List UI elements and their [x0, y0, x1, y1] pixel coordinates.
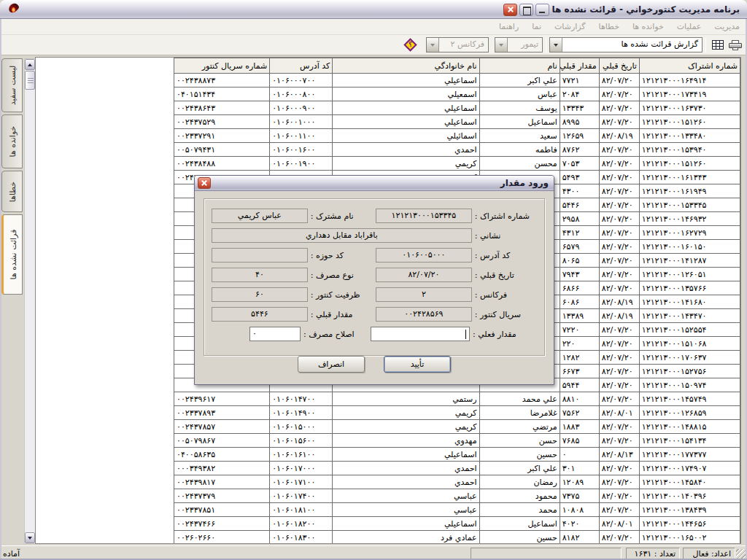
table-cell: ۱۲۱۲۱۳۰۰۰۱۶۱۳۴۳	[639, 171, 740, 184]
table-cell: ۶۰۸۶	[560, 295, 599, 309]
frequency-combobox: فرکانس ۲	[426, 37, 489, 52]
scroll-down-button[interactable]	[25, 532, 35, 543]
table-row[interactable]: ۱۲۱۲۱۳۰۰۰۱۷۳۴۱۹۸۲/۰۷/۲۰۲۰۸۴عباساسمعيلي۰۱…	[174, 88, 740, 101]
table-cell: اسماعيلي	[333, 74, 479, 88]
confirm-button[interactable]: تأييد	[384, 356, 451, 373]
cancel-button[interactable]: انصراف	[298, 356, 365, 373]
table-cell: ۴۳۱۲	[560, 226, 599, 240]
table-cell: علي اکبر	[479, 462, 560, 475]
menu-bar: مديريتعملياتخوانده هاخطاهاگزارشاتنماراهن…	[0, 19, 747, 35]
scrollbar-thumb[interactable]	[25, 71, 35, 90]
subscription-no-field: ۱۲۱۲۱۳۰۰۰۱۵۳۳۴۵	[376, 209, 472, 223]
zone-code-label: کد حوزه :	[311, 251, 373, 260]
menu-item-6[interactable]: راهنما	[499, 22, 519, 31]
table-row[interactable]: ۱۲۱۲۱۳۰۰۰۱۴۰۳۹۶۸۲/۰۷/۲۰۷۳۷۵محمودعباسي۰۱۰…	[174, 489, 740, 503]
table-cell: ۱۲۰۸۹	[560, 475, 599, 489]
table-cell: ۸۲/۰۷/۲۰	[599, 115, 639, 129]
column-header-1: تاريخ قبلي	[599, 58, 639, 74]
table-cell: ۱۲۱۲۱۳۰۰۰۱۶۱۹۴۹	[639, 184, 740, 198]
table-row[interactable]: ۱۲۱۲۱۳۰۰۰۱۵۳۹۴۰۸۲/۰۷/۲۰۸۷۶۲فاطمهاحمدي۰۱۰…	[174, 143, 740, 157]
frequency-label: فرکانس :	[475, 290, 537, 300]
chevron-down-icon[interactable]	[550, 38, 562, 52]
table-cell: اسماعيل	[479, 115, 560, 129]
report-combobox[interactable]: گزارش قرائت نشده ها	[549, 37, 703, 52]
table-cell: ۱۲۱۲۱۳۰۰۰۱۴۵۷۴۹	[639, 392, 740, 406]
current-value-label: مقدار فعلي :	[473, 330, 537, 339]
table-cell: ۰۱۰۶۰۱۸۳۰۰	[270, 531, 333, 545]
table-cell: ۰۰۲۴۳۸۸۷۳	[174, 74, 270, 88]
table-row[interactable]: ۱۲۱۲۱۳۰۰۰۱۶۳۷۳۰۸۲/۰۷/۲۰۱۳۳۴۳يوسفاسماعيلي…	[174, 101, 740, 115]
table-cell: ۷۷۲۱	[560, 74, 599, 88]
table-cell: ۰۰۲۴۳۹۸۱۷	[174, 475, 270, 489]
reader-combobox: تيمور	[495, 37, 543, 52]
subscriber-name-field: عباس کريمي	[212, 209, 308, 223]
table-cell: ۰۱۰۶۰۱۸۱۰۰	[270, 503, 333, 517]
table-cell: ۰۰۲۴۳۸۶۴۳	[174, 101, 270, 115]
dialog-titlebar: ورود مقدار	[195, 176, 554, 191]
table-row[interactable]: ۱۲۱۲۱۳۰۰۰۱۷۷۳۷۷۸۲/۰۸/۱۳۰حسيناسماعيلي۰۱۰۶…	[174, 448, 740, 462]
sidebar-tab-label: ليست سفيد	[7, 66, 17, 106]
table-row[interactable]: ۱۲۱۲۱۳۰۰۰۱۵۱۲۶۰۸۲/۰۷/۲۰۸۹۹۵اسماعيلاسماعي…	[174, 115, 740, 129]
table-cell: ۰۱۰۶۰۱۴۹۰۰	[270, 406, 333, 420]
menu-item-0[interactable]: مديريت	[714, 22, 740, 31]
vertical-scrollbar[interactable]	[24, 58, 36, 544]
table-cell: علي محمد	[479, 392, 560, 406]
menu-item-1[interactable]: عمليات	[677, 22, 702, 31]
prev-value-field: ۵۴۴۶	[212, 307, 308, 322]
table-row[interactable]: ۱۲۱۲۱۳۰۰۰۱۴۵۷۴۹۸۲/۰۷/۲۰۸۸۱۰علي محمدرستمي…	[174, 392, 740, 406]
sidebar-tab-3[interactable]: قرائت نشده ها	[1, 214, 23, 295]
table-cell: عباسي	[333, 503, 479, 517]
table-cell: ۸۲/۰۷/۲۰	[599, 503, 639, 517]
current-value-input[interactable]	[371, 327, 470, 341]
sidebar-tab-2[interactable]: خطاها	[1, 171, 23, 212]
table-row[interactable]: ۱۲۱۲۱۳۰۰۰۱۲۶۸۵۹۸۲/۰۸/۰۱۷۵۶۲غلامرضاکريمي۰…	[174, 406, 740, 420]
table-row[interactable]: ۱۲۱۲۱۳۰۰۰۱۵۴۱۳۴۸۲/۰۷/۲۰۷۶۸۵حسنمهدوي۰۱۰۶۰…	[174, 434, 740, 448]
table-cell: ۰۰۲۳۳۷۲۹۱	[174, 129, 270, 143]
table-row[interactable]: ۱۲۱۲۱۳۰۰۰۱۶۴۹۱۴۸۲/۰۷/۲۰۷۷۲۱علي اکبراسماع…	[174, 74, 740, 88]
table-cell: ۰۱۰۶۰۰۰۸۰۰	[270, 88, 333, 101]
address-code-label: کد آدرس :	[475, 251, 537, 260]
table-row[interactable]: ۱۲۱۲۱۳۰۰۰۱۳۸۴۳۹۸۲/۰۷/۲۰۱۰۸۰۸محمدعباسي۰۱۰…	[174, 503, 740, 517]
sidebar-tab-1[interactable]: خوانده ها	[1, 114, 23, 168]
table-cell: ۱۲۱۲۱۳۰۰۰۱۶۵۰۰۲	[639, 531, 740, 545]
resize-grip[interactable]	[736, 549, 746, 559]
table-cell: ۸۲/۰۸/۱۹	[599, 129, 639, 143]
table-row[interactable]: ۱۲۱۲۱۳۰۰۰۱۶۵۰۰۲۸۲/۰۷/۲۰۸۱۸۲حسينعمادي فرد…	[174, 531, 740, 545]
table-cell: ۰۰۵۰۷۹۴۳۱	[174, 143, 270, 157]
table-row[interactable]: ۱۲۱۲۱۳۰۰۰۱۵۱۲۶۰۸۲/۰۷/۲۰۷۰۵۳محسنکريمي۰۱۰۶…	[174, 157, 740, 171]
scroll-up-button[interactable]	[25, 59, 35, 70]
table-row[interactable]: ۱۲۱۲۱۳۰۰۰۱۳۳۴۸۰۸۲/۰۸/۱۹۱۲۶۵۹سعيداسمائيلي…	[174, 129, 740, 143]
window-minimize-button[interactable]	[535, 4, 549, 16]
table-cell: ۳۰۱	[560, 462, 599, 475]
table-cell: ۱۲۱۲۱۳۰۰۰۱۶۳۷۳۰	[639, 101, 740, 115]
dialog-close-button[interactable]	[198, 177, 211, 189]
table-cell: ۸۲/۰۷/۲۰	[599, 268, 639, 281]
menu-item-2[interactable]: خوانده ها	[632, 22, 664, 31]
menu-item-3[interactable]: خطاها	[599, 22, 619, 31]
table-cell: علي اکبر	[479, 74, 560, 88]
usage-correction-input[interactable]: ۰	[249, 327, 301, 341]
print-button[interactable]	[727, 37, 744, 53]
table-cell: ۰۰۲۴۳۷۸۵۷	[174, 420, 270, 434]
window-close-button[interactable]	[503, 4, 517, 16]
sidebar-tab-0[interactable]: ليست سفيد	[1, 58, 23, 112]
table-row[interactable]: ۱۲۱۲۱۳۰۰۰۱۴۴۶۵۶۸۲/۰۸/۰۱۴۰۲۰اسماعيلاسماعي…	[174, 517, 740, 531]
grid-view-button[interactable]	[709, 37, 727, 53]
table-cell: ۷۰۵۳	[560, 157, 599, 171]
window-frame-left	[0, 19, 1, 560]
table-cell: احمدي	[333, 462, 479, 475]
table-row[interactable]: ۱۲۱۲۱۳۰۰۰۱۷۴۹۰۷۸۲/۰۷/۲۰۳۰۱علي اکبراحمدي۰…	[174, 462, 740, 475]
prev-value-label: مقدار قبلي :	[311, 310, 373, 319]
table-row[interactable]: ۱۲۱۲۱۳۰۰۰۱۴۵۸۴۰۸۲/۰۷/۲۰۱۲۰۸۹رمضاناحمدي۰۱…	[174, 475, 740, 489]
table-cell: ۲۰۸۴	[560, 88, 599, 101]
table-cell: ۱۲۱۲۱۳۰۰۰۱۵۴۱۳۴	[639, 434, 740, 448]
table-row[interactable]: ۱۲۱۲۱۳۰۰۰۱۴۸۸۱۵۸۲/۰۷/۲۰۱۸۸۳مرتضيکريمي۰۱۰…	[174, 420, 740, 434]
table-cell: ۵۴۴۶	[560, 198, 599, 212]
table-cell: ۸۲/۰۷/۲۰	[599, 392, 639, 406]
menu-item-4[interactable]: گزارشات	[554, 22, 586, 31]
column-header-0: شماره اشتراک	[639, 58, 740, 74]
help-button[interactable]: ؟	[401, 37, 419, 53]
reader-combobox-value: تيمور	[508, 38, 542, 52]
menu-item-5[interactable]: نما	[532, 22, 541, 31]
window-maximize-button[interactable]	[519, 4, 533, 16]
